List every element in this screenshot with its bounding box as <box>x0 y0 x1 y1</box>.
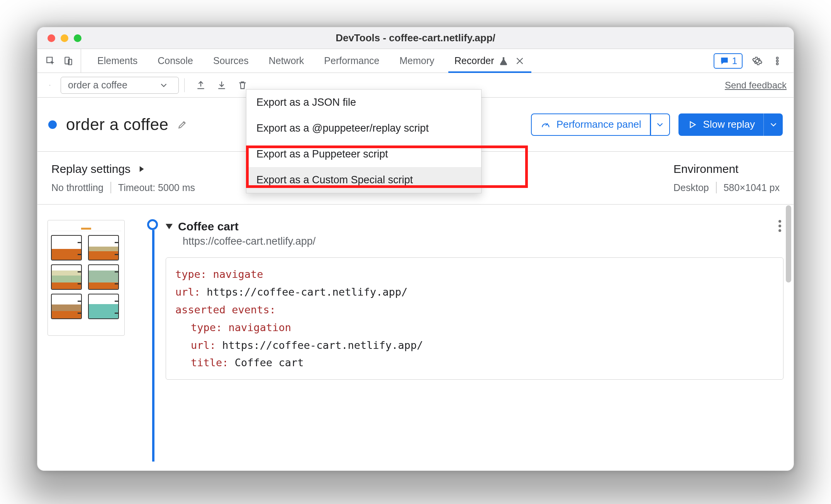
export-menu: Export as a JSON file Export as a @puppe… <box>246 89 482 193</box>
svg-point-3 <box>777 60 778 62</box>
step-code: type: navigate url: https://coffee-cart.… <box>166 257 784 380</box>
issues-badge[interactable]: 1 <box>714 53 743 69</box>
inspector-tools <box>41 49 81 73</box>
new-recording-icon[interactable] <box>44 80 55 91</box>
environment-values: Desktop 580×1041 px <box>673 182 780 193</box>
step-menu-button[interactable] <box>778 220 781 232</box>
step-title: Coffee cart <box>178 220 239 233</box>
flask-icon <box>498 56 509 66</box>
environment-info: Environment Desktop 580×1041 px <box>673 162 780 193</box>
caret-down-icon <box>166 224 173 229</box>
replay-settings-values: No throttling Timeout: 5000 ms <box>51 182 195 193</box>
tab-memory[interactable]: Memory <box>390 49 443 73</box>
step-url: https://coffee-cart.netlify.app/ <box>183 235 784 247</box>
more-tabs-icon[interactable] <box>536 56 550 66</box>
window-title: DevTools - coffee-cart.netlify.app/ <box>37 32 794 44</box>
message-icon <box>719 56 730 66</box>
slow-replay-group: Slow replay <box>678 113 783 136</box>
flow-line <box>152 230 154 462</box>
slow-replay-button[interactable]: Slow replay <box>678 113 763 136</box>
issues-count: 1 <box>732 56 737 66</box>
edit-title-icon[interactable] <box>177 119 188 130</box>
performance-panel-label: Performance panel <box>556 118 641 130</box>
step-node: Coffee cart https://coffee-cart.netlify.… <box>148 220 784 380</box>
svg-point-4 <box>777 63 778 65</box>
send-feedback-link[interactable]: Send feedback <box>725 80 787 91</box>
replay-settings-toggle[interactable]: Replay settings <box>51 162 195 176</box>
import-icon[interactable] <box>216 80 227 91</box>
recording-select[interactable]: order a coffee <box>61 77 179 94</box>
tab-performance[interactable]: Performance <box>315 49 388 73</box>
scrollbar[interactable] <box>786 205 791 282</box>
recording-title: order a coffee <box>66 115 168 134</box>
tab-elements[interactable]: Elements <box>88 49 147 73</box>
page-thumbnail <box>47 220 125 336</box>
tab-sources[interactable]: Sources <box>204 49 258 73</box>
header-buttons: Performance panel Slow replay <box>531 113 783 136</box>
throttling-value: No throttling <box>51 182 103 193</box>
recording-select-value: order a coffee <box>68 79 127 91</box>
panel-tabs: Elements Console Sources Network Perform… <box>37 49 794 73</box>
right-tools: 1 <box>707 53 790 69</box>
chevron-down-icon <box>768 119 779 130</box>
settings-icon[interactable] <box>752 56 763 66</box>
device-toggle-icon[interactable] <box>63 56 74 66</box>
play-icon <box>687 119 698 130</box>
performance-panel-button[interactable]: Performance panel <box>531 113 651 136</box>
kebab-menu-icon[interactable] <box>772 56 783 66</box>
export-icon[interactable] <box>195 80 206 91</box>
tab-list: Elements Console Sources Network Perform… <box>81 49 707 73</box>
slow-replay-label: Slow replay <box>703 118 755 130</box>
timeout-value: Timeout: 5000 ms <box>118 182 195 193</box>
chevron-down-icon <box>655 119 665 130</box>
toolbar-icons <box>190 80 248 91</box>
tab-network[interactable]: Network <box>259 49 314 73</box>
environment-size: 580×1041 px <box>724 182 780 193</box>
export-custom-item[interactable]: Export as a Custom Special script <box>246 167 481 193</box>
export-puppeteer-replay-item[interactable]: Export as a @puppeteer/replay script <box>246 115 481 141</box>
tab-recorder-label: Recorder <box>455 55 494 66</box>
flow-column: Coffee cart https://coffee-cart.netlify.… <box>140 220 784 462</box>
tab-recorder[interactable]: Recorder <box>445 49 534 73</box>
recording-status-dot <box>48 120 57 129</box>
export-puppeteer-item[interactable]: Export as a Puppeteer script <box>246 141 481 167</box>
caret-right-icon <box>136 164 147 174</box>
slow-replay-dropdown[interactable] <box>763 113 783 136</box>
environment-label: Environment <box>673 162 780 176</box>
window-titlebar: DevTools - coffee-cart.netlify.app/ <box>37 27 794 49</box>
gauge-icon <box>540 119 551 130</box>
chevron-down-icon <box>158 80 169 91</box>
performance-panel-dropdown[interactable] <box>651 113 670 136</box>
inspect-icon[interactable] <box>45 56 56 66</box>
export-json-item[interactable]: Export as a JSON file <box>246 90 481 115</box>
replay-settings: Replay settings No throttling Timeout: 5… <box>51 162 195 193</box>
step-marker <box>147 219 158 230</box>
devtools-window: DevTools - coffee-cart.netlify.app/ Elem… <box>37 27 794 471</box>
tab-console[interactable]: Console <box>148 49 202 73</box>
svg-point-2 <box>777 57 778 59</box>
step-header[interactable]: Coffee cart <box>166 220 784 233</box>
close-tab-icon[interactable] <box>514 56 525 66</box>
steps-body: Coffee cart https://coffee-cart.netlify.… <box>37 205 794 462</box>
environment-device: Desktop <box>673 182 709 193</box>
performance-panel-group: Performance panel <box>531 113 670 136</box>
